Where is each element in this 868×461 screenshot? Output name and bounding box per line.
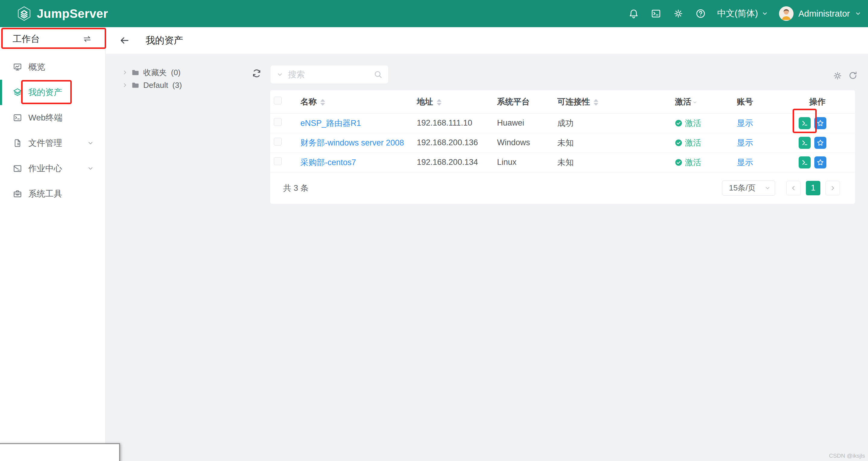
column-header-actions: 操作 <box>796 90 855 113</box>
favorite-star-button[interactable] <box>814 117 826 129</box>
page-size-select[interactable]: 15条/页 <box>722 180 775 196</box>
main-content: 收藏夹 (0) Default (3) <box>106 54 868 461</box>
row-checkbox[interactable] <box>274 157 282 165</box>
page-title: 我的资产 <box>146 34 183 47</box>
language-selector[interactable]: 中文(简体) <box>717 7 768 20</box>
column-header-account: 账号 <box>734 90 796 113</box>
sidebar-item-file-management[interactable]: 文件管理 <box>0 131 105 156</box>
asset-address: 192.168.200.136 <box>414 133 494 152</box>
language-label: 中文(简体) <box>717 7 758 20</box>
chevron-right-icon <box>830 185 836 191</box>
topbar: JumpServer <box>0 0 868 27</box>
connect-terminal-button[interactable] <box>799 117 811 129</box>
pagination: 15条/页 1 <box>722 180 840 196</box>
chevron-down-icon <box>765 185 771 191</box>
favorite-star-button[interactable] <box>814 156 826 169</box>
sort-icon[interactable] <box>593 99 598 106</box>
star-icon <box>816 119 824 127</box>
chevron-right-icon <box>122 82 128 88</box>
terminal-icon <box>13 113 22 122</box>
active-badge: 激活 <box>675 118 734 128</box>
tree-node-default[interactable]: Default (3) <box>122 80 182 91</box>
sort-icon[interactable] <box>320 99 325 106</box>
next-page-button[interactable] <box>826 181 840 195</box>
folder-icon <box>131 68 140 77</box>
tree-node-count: (0) <box>171 68 181 77</box>
gear-icon[interactable] <box>673 8 684 19</box>
filter-chevron-icon <box>692 100 697 105</box>
star-icon <box>816 159 824 166</box>
workspace-switcher[interactable]: 工作台 <box>0 27 105 51</box>
bell-icon[interactable] <box>628 8 640 19</box>
search-box <box>271 65 388 84</box>
jumpserver-logo-icon <box>16 6 32 22</box>
row-actions <box>799 156 855 169</box>
toolbox-icon <box>13 189 22 199</box>
username: Administrator <box>798 9 850 19</box>
user-menu[interactable]: Administrator <box>779 6 861 21</box>
current-page-button[interactable]: 1 <box>806 181 820 195</box>
tree-node-favorites[interactable]: 收藏夹 (0) <box>122 67 182 78</box>
sort-icon[interactable] <box>437 99 441 106</box>
terminal-icon <box>801 120 808 126</box>
page-header: 我的资产 <box>106 27 868 54</box>
table-row: eNSP_路由器R1 192.168.111.10 Huawei 成功 激活 显… <box>270 113 855 133</box>
asset-connectivity: 成功 <box>554 113 672 133</box>
chevron-down-icon <box>762 10 768 17</box>
back-arrow-icon[interactable] <box>119 35 130 46</box>
show-account-link[interactable]: 显示 <box>737 138 753 147</box>
sidebar-item-job-center[interactable]: 作业中心 <box>0 156 105 181</box>
avatar <box>779 6 794 21</box>
column-header-platform: 系统平台 <box>494 90 554 113</box>
star-icon <box>816 139 824 147</box>
column-header-address[interactable]: 地址 <box>414 90 494 113</box>
chevron-down-icon <box>855 10 861 17</box>
assets-table-card: 名称 地址 系统平台 可连接性 激活 账号 操作 <box>270 90 855 204</box>
folder-icon <box>131 81 140 89</box>
favorite-star-button[interactable] <box>814 137 826 149</box>
tree-refresh-icon[interactable] <box>251 68 262 79</box>
assets-table: 名称 地址 系统平台 可连接性 激活 账号 操作 <box>270 90 855 172</box>
check-circle-icon <box>675 120 682 127</box>
connect-terminal-button[interactable] <box>799 137 811 149</box>
chevron-down-icon <box>87 140 94 146</box>
row-checkbox[interactable] <box>274 118 282 126</box>
row-checkbox[interactable] <box>274 138 282 145</box>
asset-address: 192.168.111.10 <box>414 113 494 133</box>
brand-name: JumpServer <box>37 7 108 21</box>
check-circle-icon <box>675 139 682 146</box>
asset-name-link[interactable]: eNSP_路由器R1 <box>300 119 361 128</box>
asset-name-link[interactable]: 财务部-windows server 2008 <box>300 138 404 147</box>
swap-icon <box>82 34 92 44</box>
chevron-down-icon[interactable] <box>277 71 283 78</box>
asset-platform: Windows <box>494 133 554 152</box>
connect-terminal-button[interactable] <box>799 156 811 169</box>
column-header-connectivity[interactable]: 可连接性 <box>554 90 672 113</box>
job-icon <box>13 164 22 173</box>
table-refresh-icon[interactable] <box>848 70 858 81</box>
sidebar-item-overview[interactable]: 概览 <box>0 54 105 80</box>
terminal-icon <box>801 159 808 166</box>
show-account-link[interactable]: 显示 <box>737 119 753 128</box>
asset-name-link[interactable]: 采购部-centos7 <box>300 158 356 167</box>
column-header-name[interactable]: 名称 <box>298 90 414 113</box>
sidebar-item-web-terminal[interactable]: Web终端 <box>0 105 105 131</box>
show-account-link[interactable]: 显示 <box>737 158 753 167</box>
search-input[interactable] <box>288 70 369 79</box>
help-icon[interactable] <box>695 8 706 19</box>
brand-logo[interactable]: JumpServer <box>16 6 108 22</box>
web-terminal-icon[interactable] <box>650 8 662 19</box>
sidebar-item-my-assets[interactable]: 我的资产 <box>0 80 105 105</box>
column-header-active[interactable]: 激活 <box>672 90 734 113</box>
select-all-checkbox[interactable] <box>274 96 282 105</box>
prev-page-button[interactable] <box>786 181 801 195</box>
chevron-down-icon <box>87 165 94 172</box>
sidebar-item-system-tools[interactable]: 系统工具 <box>0 181 105 206</box>
active-badge: 激活 <box>675 137 734 148</box>
table-settings-icon[interactable] <box>832 70 843 81</box>
search-icon[interactable] <box>374 70 383 79</box>
asset-tree: 收藏夹 (0) Default (3) <box>122 67 182 91</box>
topbar-right: 中文(简体) Administrator <box>628 6 861 21</box>
sidebar-item-label: 作业中心 <box>28 163 81 174</box>
workspace-title: 工作台 <box>13 33 40 45</box>
